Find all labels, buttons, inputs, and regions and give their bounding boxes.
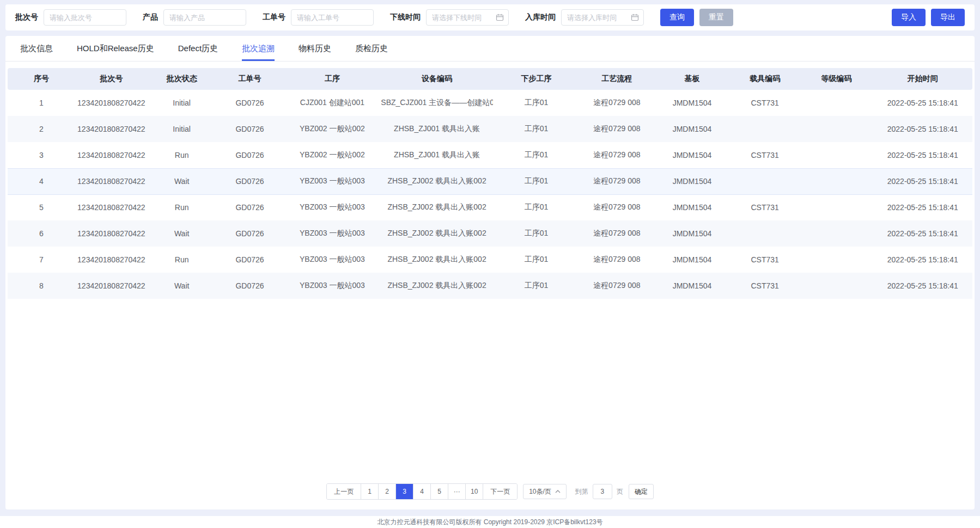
table-row[interactable]: 61234201808270422WaitGD0726YBZ003 一般站003… bbox=[8, 220, 972, 247]
goto-page: 到第 页 确定 bbox=[575, 484, 654, 499]
table-row[interactable]: 31234201808270422RunGD0726YBZ002 一般站002Z… bbox=[8, 142, 972, 168]
prev-page-button[interactable]: 上一页 bbox=[327, 484, 361, 499]
page-button[interactable]: 5 bbox=[431, 484, 448, 499]
table-cell: 1234201808270422 bbox=[75, 220, 148, 247]
table-cell: YBZ002 一般站002 bbox=[283, 142, 381, 168]
table-cell bbox=[800, 273, 873, 299]
table-row[interactable]: 21234201808270422InitialGD0726YBZ002 一般站… bbox=[8, 116, 972, 142]
table-cell: 1234201808270422 bbox=[75, 273, 148, 299]
table-cell: 2022-05-25 15:18:41 bbox=[873, 194, 973, 220]
table-cell: YBZ002 一般站002 bbox=[283, 116, 381, 142]
table-cell: 2022-05-25 15:18:41 bbox=[873, 247, 973, 273]
table-cell: JMDM1504 bbox=[654, 247, 731, 273]
table-row[interactable]: 81234201808270422WaitGD0726YBZ003 一般站003… bbox=[8, 273, 972, 299]
column-header: 工序 bbox=[283, 68, 381, 90]
next-page-button[interactable]: 下一页 bbox=[483, 484, 517, 499]
table-cell: JMDM1504 bbox=[654, 220, 731, 247]
inbound-time-picker[interactable] bbox=[561, 9, 644, 26]
work-order-input[interactable] bbox=[291, 9, 374, 26]
tab-defect-history[interactable]: Defect历史 bbox=[178, 36, 218, 61]
tab-hold-release-history[interactable]: HOLD和Release历史 bbox=[77, 36, 154, 61]
table-cell: 工序01 bbox=[493, 194, 580, 220]
table-cell: 2022-05-25 15:18:41 bbox=[873, 273, 973, 299]
page-button[interactable]: 4 bbox=[413, 484, 431, 499]
table-cell: 3 bbox=[8, 142, 75, 168]
table-cell: CST731 bbox=[730, 273, 800, 299]
export-button[interactable]: 导出 bbox=[931, 9, 965, 26]
table-empty-space bbox=[5, 299, 975, 483]
table-cell: Wait bbox=[148, 168, 216, 194]
copyright-text: 北京力控元通科技有限公司版权所有 Copyright 2019-2029 京IC… bbox=[377, 518, 602, 527]
table-cell: 1234201808270422 bbox=[75, 168, 148, 194]
table-cell: 2022-05-25 15:18:41 bbox=[873, 142, 973, 168]
table-cell: GD0726 bbox=[216, 90, 284, 116]
page-size-select[interactable]: 10条/页 bbox=[523, 484, 567, 499]
table-cell: CJZ001 创建站001 bbox=[283, 90, 381, 116]
tab-bar: 批次信息HOLD和Release历史Defect历史批次追溯物料历史质检历史 bbox=[5, 36, 975, 62]
pagination-group: 上一页 12345···10下一页 bbox=[326, 483, 518, 500]
table-cell: Initial bbox=[148, 116, 216, 142]
table-cell: Initial bbox=[148, 90, 216, 116]
table-cell: SBZ_CJZ001 主设备——创建站001 bbox=[381, 90, 492, 116]
table-row[interactable]: 11234201808270422InitialGD0726CJZ001 创建站… bbox=[8, 90, 972, 116]
offline-time-picker[interactable] bbox=[426, 9, 509, 26]
table-cell bbox=[800, 168, 873, 194]
batch-input[interactable] bbox=[44, 9, 126, 26]
table-cell: YBZ003 一般站003 bbox=[283, 168, 381, 194]
table-cell: ZHSB_ZJ001 载具出入账 bbox=[381, 142, 492, 168]
table-cell: ZHSB_ZJ001 载具出入账 bbox=[381, 116, 492, 142]
table-cell: 工序01 bbox=[493, 90, 580, 116]
table-cell: YBZ003 一般站003 bbox=[283, 247, 381, 273]
table-row[interactable]: 71234201808270422RunGD0726YBZ003 一般站003Z… bbox=[8, 247, 972, 273]
page-button[interactable]: 1 bbox=[361, 484, 379, 499]
tab-material-history[interactable]: 物料历史 bbox=[299, 36, 331, 61]
tab-batch-trace[interactable]: 批次追溯 bbox=[242, 36, 275, 61]
column-header: 序号 bbox=[8, 68, 75, 90]
goto-confirm-button[interactable]: 确定 bbox=[629, 484, 654, 499]
reset-button[interactable]: 重置 bbox=[699, 9, 733, 26]
table-cell: 1234201808270422 bbox=[75, 194, 148, 220]
page-ellipsis[interactable]: ··· bbox=[448, 484, 466, 499]
page-button[interactable]: 3 bbox=[396, 484, 413, 499]
table-cell: 2022-05-25 15:18:41 bbox=[873, 116, 973, 142]
tab-batch-info[interactable]: 批次信息 bbox=[20, 36, 53, 61]
table-row[interactable]: 51234201808270422RunGD0726YBZ003 一般站003Z… bbox=[8, 194, 972, 220]
table-cell bbox=[800, 220, 873, 247]
table-cell bbox=[730, 168, 800, 194]
table-cell: 1234201808270422 bbox=[75, 116, 148, 142]
goto-prefix-label: 到第 bbox=[575, 487, 588, 496]
table-cell: 2022-05-25 15:18:41 bbox=[873, 90, 973, 116]
table-cell: 6 bbox=[8, 220, 75, 247]
column-header: 批次号 bbox=[75, 68, 148, 90]
table-cell: JMDM1504 bbox=[654, 142, 731, 168]
page-footer: 北京力控元通科技有限公司版权所有 Copyright 2019-2029 京IC… bbox=[0, 516, 980, 528]
column-header: 等级编码 bbox=[800, 68, 873, 90]
table-cell: 工序01 bbox=[493, 247, 580, 273]
table-row[interactable]: 41234201808270422WaitGD0726YBZ003 一般站003… bbox=[8, 168, 972, 194]
table-cell: CST731 bbox=[730, 194, 800, 220]
table-cell: 1234201808270422 bbox=[75, 247, 148, 273]
table-cell: GD0726 bbox=[216, 116, 284, 142]
table-cell: 4 bbox=[8, 168, 75, 194]
batch-trace-table: 序号批次号批次状态工单号工序设备编码下步工序工艺流程基板载具编码等级编码开始时间… bbox=[8, 68, 972, 299]
table-cell: 工序01 bbox=[493, 116, 580, 142]
tab-qc-history[interactable]: 质检历史 bbox=[355, 36, 388, 61]
table-cell bbox=[800, 247, 873, 273]
import-button[interactable]: 导入 bbox=[892, 9, 926, 26]
table-cell: GD0726 bbox=[216, 168, 284, 194]
table-cell: 途程0729 008 bbox=[580, 247, 654, 273]
table-cell bbox=[800, 116, 873, 142]
page-button[interactable]: 10 bbox=[466, 484, 483, 499]
page-button[interactable]: 2 bbox=[379, 484, 396, 499]
goto-page-input[interactable] bbox=[593, 484, 612, 499]
query-button[interactable]: 查询 bbox=[660, 9, 694, 26]
table-cell: 途程0729 008 bbox=[580, 273, 654, 299]
app-panel: 批次号 产品 工单号 下线时间 入库时间 bbox=[0, 0, 980, 516]
product-input[interactable] bbox=[163, 9, 246, 26]
table-cell: 途程0729 008 bbox=[580, 194, 654, 220]
table-cell: ZHSB_ZJ002 载具出入账002 bbox=[381, 247, 492, 273]
table-cell: ZHSB_ZJ002 载具出入账002 bbox=[381, 273, 492, 299]
table-cell: CST731 bbox=[730, 142, 800, 168]
column-header: 工单号 bbox=[216, 68, 284, 90]
product-label: 产品 bbox=[143, 13, 158, 22]
